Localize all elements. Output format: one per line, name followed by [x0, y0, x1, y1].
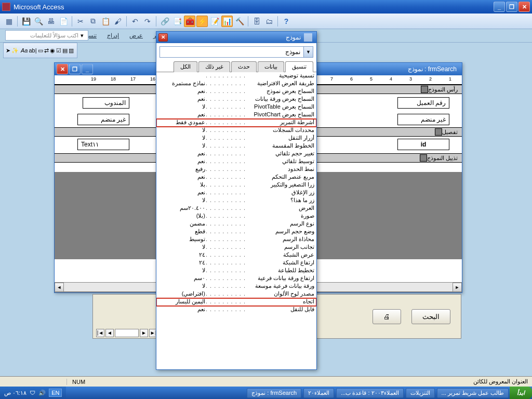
search-icon[interactable]: 🔍	[33, 16, 44, 27]
toggle-icon[interactable]: ⇄	[44, 47, 49, 54]
property-row[interactable]: مصدر لوح الألوان . . . . . . . . . . . .…	[156, 290, 316, 298]
unbound-left[interactable]: غير منضم	[77, 114, 129, 125]
property-row[interactable]: عرض الشبكة . . . . . . . . . . . . . . .…	[156, 251, 316, 259]
wizard-icon[interactable]: ✨	[11, 47, 19, 54]
tray-lang[interactable]: EN	[49, 389, 62, 397]
object-selector[interactable]: ▼	[159, 46, 313, 58]
help-dropdown-icon[interactable]: ▾	[78, 32, 86, 39]
nav-next-icon[interactable]: ►	[140, 329, 148, 337]
group-icon[interactable]: ▭	[38, 47, 43, 54]
property-row[interactable]: العرض . . . . . . . . . . . . . . . . . …	[156, 205, 316, 212]
property-value[interactable]: لا	[156, 135, 205, 142]
property-row[interactable]: تغيير حجم تلقائي . . . . . . . . . . . .…	[156, 150, 316, 158]
property-row[interactable]: ارتفاع ورقة بيانات فرعية . . . . . . . .…	[156, 275, 316, 283]
design-close-button[interactable]: ✕	[57, 64, 68, 74]
checkbox-icon[interactable]: ☑	[56, 47, 61, 54]
property-row[interactable]: محددات السجلات . . . . . . . . . . . . .…	[156, 127, 316, 135]
design-min-button[interactable]: _	[82, 64, 93, 74]
minimize-button[interactable]: _	[494, 2, 505, 12]
property-value[interactable]: ٠سم	[156, 275, 205, 282]
property-row[interactable]: الخطوط المقسمة . . . . . . . . . . . . .…	[156, 142, 316, 150]
scroll-left-icon[interactable]: ◄	[55, 283, 64, 292]
dropdown-icon[interactable]: ▼	[303, 47, 313, 57]
field-list-icon[interactable]: 📑	[171, 16, 183, 27]
field-customer-id[interactable]: رقم العميل	[397, 97, 449, 109]
property-value[interactable]: نعم	[156, 189, 205, 196]
print-button[interactable]: 🖨	[373, 309, 401, 324]
print-icon[interactable]: 🖶	[45, 16, 57, 27]
format-icon[interactable]: 🖌	[112, 16, 124, 27]
property-value[interactable]: لا	[156, 283, 205, 290]
property-row[interactable]: زر الإغلاق . . . . . . . . . . . . . . .…	[156, 189, 316, 197]
property-value[interactable]: لا	[156, 142, 205, 150]
property-value[interactable]: نعم	[156, 174, 205, 181]
scroll-right-icon[interactable]: ►	[453, 283, 462, 292]
listbox-icon[interactable]: ▥	[69, 47, 74, 54]
property-value[interactable]: لا	[156, 244, 205, 251]
paste-icon[interactable]: 📋	[100, 16, 111, 27]
property-row[interactable]: نوع الرسم . . . . . . . . . . . . . . . …	[156, 220, 316, 228]
property-value[interactable]: لا	[156, 127, 205, 134]
section-selector-icon[interactable]	[435, 128, 442, 136]
property-row[interactable]: تجانب الرسم . . . . . . . . . . . . . . …	[156, 244, 316, 251]
save-icon[interactable]: 💾	[20, 16, 32, 27]
property-row[interactable]: توسيط تلقائي . . . . . . . . . . . . . .…	[156, 158, 316, 166]
property-value[interactable]: نماذج مستمرة	[156, 80, 205, 87]
property-value[interactable]: (افتراضي)	[156, 290, 205, 298]
property-row[interactable]: زرا التصغير والتكبير . . . . . . . . . .…	[156, 181, 316, 189]
taskbar-item[interactable]: التنزيلات	[406, 388, 435, 398]
property-row[interactable]: تسمية توضيحية . . . . . . . . . . . . . …	[156, 72, 316, 80]
property-value[interactable]: لا	[156, 197, 205, 204]
taskbar-item[interactable]: العملاء٢٠	[303, 388, 334, 398]
property-row[interactable]: السماح بعرض PivotChart . . . . . . . . .…	[156, 111, 316, 119]
property-value[interactable]: نعم	[156, 96, 205, 103]
property-value[interactable]: قطع	[156, 228, 205, 235]
help-icon[interactable]: ?	[281, 16, 292, 27]
properties-tab[interactable]: حدث	[231, 61, 257, 72]
close-button[interactable]: ✕	[518, 2, 530, 12]
textbox-icon[interactable]: ab|	[29, 47, 36, 54]
property-row[interactable]: تخطيط للطباعة . . . . . . . . . . . . . …	[156, 267, 316, 275]
nav-first-icon[interactable]: |◄	[96, 329, 104, 337]
property-value[interactable]: نعم	[156, 88, 205, 95]
property-row[interactable]: قابل للنقل . . . . . . . . . . . . . . .…	[156, 306, 316, 314]
toolbox-icon[interactable]: 🧰	[184, 16, 195, 27]
property-row[interactable]: اتجاه . . . . . . . . . . . . . . . . . …	[156, 298, 316, 306]
properties-tab[interactable]: بيانات	[258, 61, 284, 72]
tray-shield-icon[interactable]: 🛡	[30, 390, 35, 396]
pointer-icon[interactable]: ➤	[6, 47, 10, 54]
start-button[interactable]: ابدأ	[510, 387, 532, 399]
properties-tab[interactable]: غير ذلك	[198, 61, 230, 72]
property-value[interactable]: ٢٤	[156, 251, 205, 259]
property-value[interactable]: توسيط	[156, 236, 205, 243]
property-value[interactable]: نعم	[156, 306, 205, 313]
combobox-icon[interactable]: ▤	[62, 47, 68, 54]
property-value[interactable]: رفيع	[156, 166, 205, 173]
property-value[interactable]: لا	[156, 103, 205, 111]
property-row[interactable]: ورقة بيانات فرعية موسعة . . . . . . . . …	[156, 283, 316, 290]
property-row[interactable]: ارتفاع الشبكة . . . . . . . . . . . . . …	[156, 259, 316, 267]
taskbar-item[interactable]: العملاء٢٠٠٣ : قاعدة ب...	[336, 388, 403, 398]
property-value[interactable]: لا	[156, 267, 205, 274]
restore-button[interactable]: ❐	[506, 2, 517, 12]
property-row[interactable]: زر ما هذا؟ . . . . . . . . . . . . . . .…	[156, 197, 316, 205]
section-selector-icon[interactable]	[421, 86, 428, 93]
properties-titlebar[interactable]: ✕ نموذج	[156, 32, 316, 43]
menu-insert[interactable]: إدراج	[103, 31, 123, 41]
property-value[interactable]: (بلا)	[156, 212, 205, 220]
field-id[interactable]: id	[397, 139, 449, 150]
nav-prev-icon[interactable]: ◄	[105, 329, 114, 337]
property-row[interactable]: طريقة العرض الافتراضية . . . . . . . . .…	[156, 80, 316, 88]
code-icon[interactable]: 📝	[209, 16, 220, 27]
property-row[interactable]: نمط الحدود . . . . . . . . . . . . . . .…	[156, 166, 316, 174]
autoform-icon[interactable]: ⚡	[196, 16, 208, 27]
database-icon[interactable]: 🗄	[251, 16, 262, 27]
properties-close-button[interactable]: ✕	[158, 33, 168, 42]
property-value[interactable]: ٢٠.٤٠٠سم	[156, 205, 205, 212]
property-value[interactable]	[156, 72, 205, 79]
property-row[interactable]: محاذاة الرسم . . . . . . . . . . . . . .…	[156, 236, 316, 244]
field-text11[interactable]: Text١١	[77, 139, 129, 150]
new-object-icon[interactable]: 🗂	[263, 16, 275, 27]
preview-icon[interactable]: 📄	[58, 16, 69, 27]
search-button[interactable]: البحث	[411, 309, 450, 324]
